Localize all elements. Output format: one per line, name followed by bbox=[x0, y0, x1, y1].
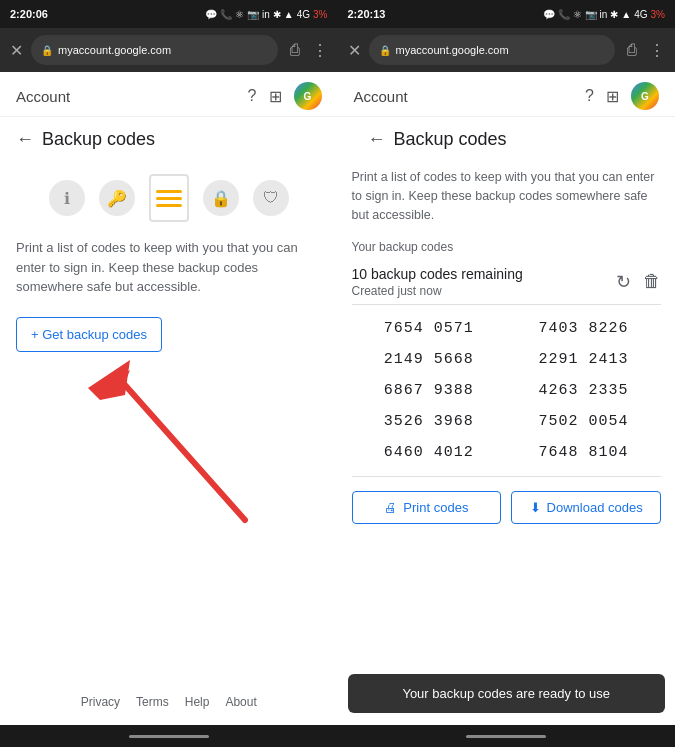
about-link[interactable]: About bbox=[225, 695, 256, 709]
codes-count-group: 10 backup codes remaining Created just n… bbox=[352, 266, 523, 298]
r-phone-icon: 📞 bbox=[558, 9, 570, 20]
codes-remaining-text: 10 backup codes remaining bbox=[352, 266, 523, 282]
left-close-btn[interactable]: ✕ bbox=[10, 41, 23, 60]
right-time: 2:20:13 bbox=[348, 8, 386, 20]
download-codes-label: Download codes bbox=[547, 500, 643, 515]
left-app-header: Account ? ⊞ G bbox=[0, 72, 338, 117]
left-illustration: ℹ 🔑 🔒 🛡 bbox=[0, 158, 338, 234]
terms-link[interactable]: Terms bbox=[136, 695, 169, 709]
right-menu-btn[interactable]: ⋮ bbox=[649, 41, 665, 60]
left-menu-btn[interactable]: ⋮ bbox=[312, 41, 328, 60]
left-lock-icon: 🔒 bbox=[41, 45, 53, 56]
delete-codes-btn[interactable]: 🗑 bbox=[643, 271, 661, 293]
code-3-left: 3526 3968 bbox=[352, 406, 507, 437]
right-page-title: Backup codes bbox=[394, 129, 507, 150]
left-description: Print a list of codes to keep with you t… bbox=[0, 234, 338, 309]
left-browser-bar: ✕ 🔒 myaccount.google.com ⎙ ⋮ bbox=[0, 28, 338, 72]
code-1-left: 2149 5668 bbox=[352, 344, 507, 375]
code-0-right: 7403 8226 bbox=[506, 313, 661, 344]
illustration-icons-group: ℹ 🔑 🔒 🛡 bbox=[49, 174, 289, 222]
battery-indicator: 3% bbox=[313, 9, 327, 20]
refresh-codes-btn[interactable]: ↻ bbox=[616, 271, 631, 293]
code-2-right: 4263 2335 bbox=[506, 375, 661, 406]
right-app-header: Account ? ⊞ G bbox=[338, 72, 676, 117]
left-url-bar[interactable]: 🔒 myaccount.google.com bbox=[31, 35, 278, 65]
instagram-icon: 📷 bbox=[247, 9, 259, 20]
left-page-header: ← Backup codes bbox=[0, 117, 338, 158]
left-footer: Privacy Terms Help About bbox=[0, 687, 338, 717]
backup-codes-grid: 7654 0571 7403 8226 2149 5668 2291 2413 … bbox=[352, 305, 662, 477]
right-back-arrow[interactable]: ← bbox=[368, 129, 386, 150]
left-url-text: myaccount.google.com bbox=[58, 44, 171, 56]
ill-key-icon: 🔑 bbox=[99, 180, 135, 216]
download-codes-button[interactable]: ⬇ Download codes bbox=[511, 491, 661, 524]
right-phone-panel: 2:20:13 💬 📞 ⚛ 📷 in ✱ ▲ 4G 3% ✕ 🔒 myaccou… bbox=[338, 0, 676, 747]
r-network-icon: 4G bbox=[634, 9, 647, 20]
ill-shield-icon: 🛡 bbox=[253, 180, 289, 216]
download-icon: ⬇ bbox=[530, 500, 541, 515]
print-icon: 🖨 bbox=[384, 500, 397, 515]
code-4-right: 7648 8104 bbox=[506, 437, 661, 468]
right-lock-icon: 🔒 bbox=[379, 45, 391, 56]
left-header-icons: ? ⊞ G bbox=[248, 82, 322, 110]
wifi-icon: ⚛ bbox=[235, 9, 244, 20]
left-home-indicator bbox=[129, 735, 209, 738]
print-codes-button[interactable]: 🖨 Print codes bbox=[352, 491, 502, 524]
print-codes-label: Print codes bbox=[403, 500, 468, 515]
paper-line-2 bbox=[156, 197, 182, 200]
whatsapp-icon: 💬 bbox=[205, 9, 217, 20]
r-instagram-icon: 📷 bbox=[585, 9, 597, 20]
privacy-link[interactable]: Privacy bbox=[81, 695, 120, 709]
left-page-title: Backup codes bbox=[42, 129, 155, 150]
right-share-btn[interactable]: ⎙ bbox=[627, 41, 637, 59]
left-share-btn[interactable]: ⎙ bbox=[290, 41, 300, 59]
right-grid-icon[interactable]: ⊞ bbox=[606, 87, 619, 106]
paper-line-3 bbox=[156, 204, 182, 207]
codes-action-buttons: ↻ 🗑 bbox=[616, 271, 661, 293]
right-bottom-bar bbox=[338, 725, 676, 747]
ill-paper-icon bbox=[149, 174, 189, 222]
left-app-title: Account bbox=[16, 88, 70, 105]
r-bluetooth-icon: ✱ bbox=[610, 9, 618, 20]
code-0-left: 7654 0571 bbox=[352, 313, 507, 344]
code-1-right: 2291 2413 bbox=[506, 344, 661, 375]
left-time: 2:20:06 bbox=[10, 8, 48, 20]
r-battery-indicator: 3% bbox=[651, 9, 665, 20]
right-url-text: myaccount.google.com bbox=[396, 44, 509, 56]
paper-line-1 bbox=[156, 190, 182, 193]
right-browser-bar: ✕ 🔒 myaccount.google.com ⎙ ⋮ bbox=[338, 28, 676, 72]
right-page-content: ← Backup codes Print a list of codes to … bbox=[338, 117, 676, 725]
bluetooth-icon: ✱ bbox=[273, 9, 281, 20]
r-whatsapp-icon: 💬 bbox=[543, 9, 555, 20]
left-grid-icon[interactable]: ⊞ bbox=[269, 87, 282, 106]
right-url-bar[interactable]: 🔒 myaccount.google.com bbox=[369, 35, 616, 65]
r-wifi-icon: ⚛ bbox=[573, 9, 582, 20]
right-page-header: ← Backup codes bbox=[352, 117, 662, 158]
toast-message: Your backup codes are ready to use bbox=[402, 686, 610, 701]
ill-lock-icon: 🔒 bbox=[203, 180, 239, 216]
your-codes-label: Your backup codes bbox=[352, 236, 662, 260]
right-avatar[interactable]: G bbox=[631, 82, 659, 110]
right-help-icon[interactable]: ? bbox=[585, 87, 594, 105]
codes-bottom-actions: 🖨 Print codes ⬇ Download codes bbox=[352, 477, 662, 538]
left-back-arrow[interactable]: ← bbox=[16, 129, 34, 150]
help-link[interactable]: Help bbox=[185, 695, 210, 709]
right-header-icons: ? ⊞ G bbox=[585, 82, 659, 110]
right-close-btn[interactable]: ✕ bbox=[348, 41, 361, 60]
toast-notification: Your backup codes are ready to use bbox=[348, 674, 666, 713]
code-3-right: 7502 0054 bbox=[506, 406, 661, 437]
linkedin-icon: in bbox=[262, 9, 270, 20]
signal-icon: ▲ bbox=[284, 9, 294, 20]
right-home-indicator bbox=[466, 735, 546, 738]
left-avatar[interactable]: G bbox=[294, 82, 322, 110]
right-description: Print a list of codes to keep with you t… bbox=[352, 158, 662, 236]
phone-icon: 📞 bbox=[220, 9, 232, 20]
left-bottom-bar bbox=[0, 725, 338, 747]
left-phone-panel: 2:20:06 💬 📞 ⚛ 📷 in ✱ ▲ 4G 3% ✕ 🔒 myaccou… bbox=[0, 0, 338, 747]
codes-created-text: Created just now bbox=[352, 284, 523, 298]
code-4-left: 6460 4012 bbox=[352, 437, 507, 468]
left-status-bar: 2:20:06 💬 📞 ⚛ 📷 in ✱ ▲ 4G 3% bbox=[0, 0, 338, 28]
right-app-title: Account bbox=[354, 88, 408, 105]
left-help-icon[interactable]: ? bbox=[248, 87, 257, 105]
get-backup-codes-button[interactable]: + Get backup codes bbox=[16, 317, 162, 352]
